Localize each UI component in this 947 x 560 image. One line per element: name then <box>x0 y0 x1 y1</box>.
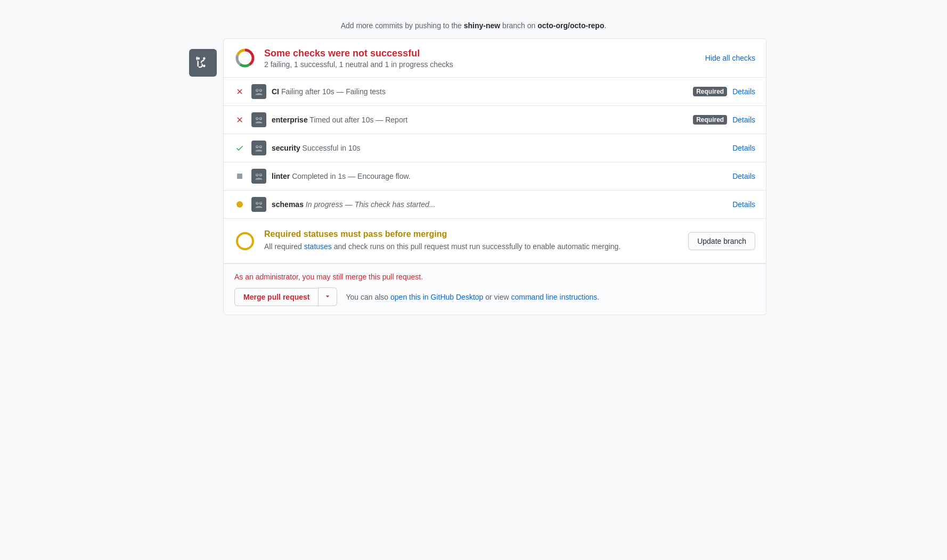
security-details-link[interactable]: Details <box>732 144 755 152</box>
ci-app-icon <box>251 84 266 99</box>
svg-rect-11 <box>253 114 265 126</box>
svg-point-25 <box>260 174 261 175</box>
svg-point-15 <box>260 118 261 119</box>
enterprise-check-actions: Required Details <box>693 115 755 125</box>
svg-rect-16 <box>253 142 265 154</box>
checks-status-subtitle: 2 failing, 1 successful, 1 neutral and 1… <box>264 60 705 69</box>
merge-button-group: Merge pull request <box>234 287 337 306</box>
linter-check-actions: Details <box>732 172 755 180</box>
ci-required-badge: Required <box>693 87 727 96</box>
merge-desc-after: and check runs on this pull request must… <box>332 242 621 251</box>
statuses-link[interactable]: statuses <box>304 242 332 251</box>
checks-status-donut <box>234 47 256 69</box>
security-check-desc: Successful in 10s <box>303 144 361 152</box>
top-message-before: Add more commits by pushing to the <box>341 21 464 30</box>
svg-rect-6 <box>253 86 265 97</box>
merge-desc-before: All required <box>264 242 304 251</box>
svg-point-32 <box>240 236 250 246</box>
checks-header: Some checks were not successful 2 failin… <box>224 39 766 78</box>
linter-check-desc: Completed in 1s — Encourage flow. <box>292 172 411 180</box>
schemas-app-icon <box>251 197 266 212</box>
merge-status-desc: All required statuses and check runs on … <box>264 241 688 252</box>
merge-actions: Merge pull request You can also open thi… <box>234 287 755 306</box>
enterprise-check-name: enterprise <box>272 116 308 124</box>
svg-point-10 <box>260 89 261 90</box>
svg-point-30 <box>260 202 261 203</box>
svg-point-29 <box>257 202 258 203</box>
merge-icon-box <box>189 49 217 77</box>
svg-point-9 <box>257 89 258 90</box>
svg-point-19 <box>257 146 258 147</box>
linter-neutral-icon <box>237 174 242 179</box>
open-desktop-link[interactable]: open this in GitHub Desktop <box>390 293 483 301</box>
check-row: CI Failing after 10s — Failing tests Req… <box>224 78 766 106</box>
security-check-info: security Successful in 10s <box>272 144 732 152</box>
ci-check-actions: Required Details <box>693 87 755 96</box>
git-merge-icon <box>195 55 210 70</box>
enterprise-fail-x-icon <box>235 116 244 124</box>
schemas-check-name: schemas <box>272 200 304 209</box>
security-check-actions: Details <box>732 144 755 152</box>
dropdown-arrow-icon <box>324 292 331 300</box>
svg-point-14 <box>257 118 258 119</box>
ci-check-desc: Failing after 10s — Failing tests <box>281 87 386 96</box>
ci-check-info: CI Failing after 10s — Failing tests <box>272 87 693 96</box>
linter-details-link[interactable]: Details <box>732 172 755 180</box>
check-rows-container: CI Failing after 10s — Failing tests Req… <box>224 78 766 218</box>
security-avatar <box>253 142 265 154</box>
repo-name: octo-org/octo-repo <box>537 21 604 30</box>
branch-name: shiny-new <box>464 21 500 30</box>
security-status-icon <box>234 144 245 152</box>
ci-status-icon <box>234 87 245 96</box>
security-success-check-icon <box>235 144 244 152</box>
svg-point-5 <box>240 53 250 63</box>
enterprise-app-icon <box>251 112 266 127</box>
enterprise-status-icon <box>234 116 245 124</box>
command-line-link[interactable]: command line instructions <box>511 293 597 301</box>
svg-point-20 <box>260 146 261 147</box>
ci-details-link[interactable]: Details <box>732 87 755 96</box>
extra-text-middle: or view <box>483 293 511 301</box>
enterprise-required-badge: Required <box>693 115 727 125</box>
hide-all-checks-button[interactable]: Hide all checks <box>705 54 755 62</box>
schemas-avatar <box>253 199 265 210</box>
svg-point-24 <box>257 174 258 175</box>
update-branch-button[interactable]: Update branch <box>688 232 755 250</box>
extra-text-before: You can also <box>346 293 390 301</box>
linter-status-icon <box>234 174 245 179</box>
checks-status-title: Some checks were not successful <box>264 48 705 59</box>
linter-check-name: linter <box>272 172 290 180</box>
ci-avatar <box>253 86 265 97</box>
merge-status-ring-icon <box>234 230 256 252</box>
merge-pull-request-button[interactable]: Merge pull request <box>234 288 318 306</box>
content-box: Some checks were not successful 2 failin… <box>223 38 766 315</box>
admin-message: As an administrator, you may still merge… <box>234 273 755 281</box>
top-message-after: . <box>604 21 606 30</box>
linter-check-info: linter Completed in 1s — Encourage flow. <box>272 172 732 180</box>
check-row: schemas In progress — This check has sta… <box>224 191 766 218</box>
checks-status-text: Some checks were not successful 2 failin… <box>264 48 705 69</box>
main-layout: Some checks were not successful 2 failin… <box>181 38 766 315</box>
top-message-middle: branch on <box>500 21 537 30</box>
check-row: enterprise Timed out after 10s — Report … <box>224 106 766 134</box>
schemas-details-link[interactable]: Details <box>732 200 755 209</box>
merge-status-section: Required statuses must pass before mergi… <box>224 218 766 263</box>
page-container: Add more commits by pushing to the shiny… <box>181 21 766 315</box>
svg-rect-21 <box>253 170 265 182</box>
schemas-check-info: schemas In progress — This check has sta… <box>272 200 732 209</box>
ci-check-name: CI <box>272 87 279 96</box>
security-check-name: security <box>272 144 300 152</box>
enterprise-check-info: enterprise Timed out after 10s — Report <box>272 116 693 124</box>
merge-icon-container <box>181 49 223 77</box>
linter-avatar <box>253 170 265 182</box>
top-message: Add more commits by pushing to the shiny… <box>181 21 766 30</box>
linter-app-icon <box>251 169 266 184</box>
merge-status-title: Required statuses must pass before mergi… <box>264 229 688 239</box>
extra-text-after: . <box>597 293 599 301</box>
fail-x-icon <box>235 87 244 96</box>
check-row: linter Completed in 1s — Encourage flow.… <box>224 162 766 191</box>
admin-section: As an administrator, you may still merge… <box>224 263 766 315</box>
merge-dropdown-button[interactable] <box>318 287 337 306</box>
svg-rect-26 <box>253 199 265 210</box>
enterprise-details-link[interactable]: Details <box>732 116 755 124</box>
